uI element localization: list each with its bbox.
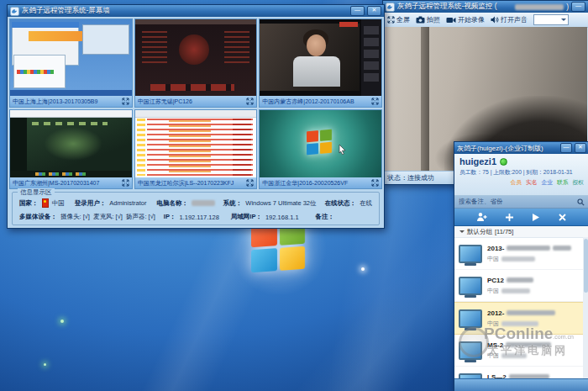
login-user-label: 登录用户：: [75, 199, 107, 208]
expand-icon[interactable]: [371, 98, 379, 105]
scrollbar-thumb[interactable]: [584, 239, 588, 293]
remote-screen-thumbnail[interactable]: 中国上海上海|2013-20170305B9: [9, 18, 133, 108]
camera-select-dropdown[interactable]: [533, 14, 569, 25]
add-group-icon[interactable]: [505, 213, 514, 222]
group-name: 默认分组: [467, 228, 492, 236]
window-title: 灰鸽子(huigezi)-(企业订制版): [457, 144, 558, 153]
preview-art: [44, 127, 102, 161]
chevron-down-icon: [561, 18, 566, 24]
redacted-title-text: [515, 4, 564, 10]
item-text: 2013- 中国: [487, 245, 585, 263]
redacted: [501, 321, 538, 326]
preview-art: [82, 24, 129, 55]
video-monitor-titlebar[interactable]: 灰鸽子远程管理系统-视频监控 ( ) —: [383, 1, 588, 13]
collapse-arrow-icon: [459, 230, 465, 235]
window-title: 灰鸽子远程管理系统-视频监控 (: [397, 2, 512, 12]
search-input[interactable]: 搜索备注、省份: [459, 198, 577, 206]
item-text: PC12 中国: [487, 277, 585, 295]
expand-icon[interactable]: [371, 179, 379, 187]
thumb-row-1: 中国上海上海|2013-20170305B9 中国江苏无锡|PC126: [9, 18, 382, 108]
thumbnail-preview-desktop-qq[interactable]: [10, 19, 132, 96]
link-enterprise[interactable]: 企业: [541, 179, 553, 185]
redacted: [501, 353, 527, 358]
info-row-1: 国家： 中国 登录用户： Administrator 电脑名称： 系统： Win…: [13, 198, 379, 208]
username-row: huigezi1: [459, 156, 584, 166]
redacted: [553, 246, 571, 251]
remote-screen-thumbnail[interactable]: 中国江苏无锡|PC126: [134, 18, 258, 108]
sparkle: [361, 267, 365, 271]
remote-screen-thumbnail[interactable]: 中国广东潮州|MS-201702031407: [9, 109, 133, 189]
redacted: [501, 288, 530, 293]
search-bar[interactable]: 搜索备注、省份: [454, 196, 588, 209]
lan-ip-value: 192.168.1.1: [265, 214, 299, 221]
remote-screen-thumbnail[interactable]: 中国黑龙江哈尔滨|LS--20170223KFJ: [134, 109, 258, 189]
minimize-button[interactable]: —: [571, 2, 585, 12]
computer-name: 2012-: [487, 309, 504, 317]
minimize-button[interactable]: —: [560, 143, 572, 153]
list-item[interactable]: LS—2 中国: [454, 367, 588, 378]
group-header[interactable]: 默认分组 [11/75]: [454, 226, 588, 238]
contacts-titlebar[interactable]: 灰鸽子(huigezi)-(企业订制版) — ✕: [454, 142, 588, 154]
thumbnail-caption: 中国浙江金华|2016-20020526VF: [262, 179, 370, 188]
expand-icon[interactable]: [246, 179, 254, 187]
remote-screen-thumbnail[interactable]: 中国浙江金华|2016-20020526VF: [259, 109, 382, 189]
redacted: [509, 374, 549, 378]
online-status-value: 在线: [360, 199, 372, 208]
thumbnail-caption: 中国广东潮州|MS-201702031407: [13, 179, 120, 188]
computer-icon: [459, 309, 482, 328]
expand-icon[interactable]: [122, 98, 129, 105]
account-links: 会员 实名 企业 联系 授权: [459, 178, 584, 187]
close-button[interactable]: ✕: [575, 143, 586, 153]
thumbnail-preview-green-game[interactable]: [10, 110, 132, 177]
thumbnail-preview-stock-table[interactable]: [135, 110, 257, 177]
minimize-button[interactable]: —: [350, 6, 365, 16]
list-scrollbar[interactable]: [583, 237, 588, 378]
link-realname[interactable]: 实名: [526, 179, 538, 185]
list-item[interactable]: MS-2 中国: [454, 335, 588, 367]
thumbnail-preview-video-player[interactable]: [260, 19, 381, 96]
list-item[interactable]: 2013- 中国: [454, 238, 588, 270]
thumbnail-preview-dark-game[interactable]: [135, 19, 257, 96]
redacted: [501, 256, 535, 262]
app-dove-icon: [10, 7, 19, 16]
preview-art: [307, 130, 318, 142]
search-icon[interactable]: [577, 198, 585, 206]
preview-art: [12, 22, 79, 28]
snapshot-button[interactable]: 拍照: [416, 15, 440, 24]
preview-art: [10, 118, 27, 177]
close-button[interactable]: ✕: [367, 6, 381, 16]
preview-art: [10, 90, 132, 96]
list-item-selected[interactable]: 2012- 中国: [454, 302, 588, 335]
remote-screen-thumbnail[interactable]: 中国内蒙古赤峰|2012-20170106AB: [259, 18, 382, 108]
online-status-label: 在线状态：: [325, 199, 357, 208]
link-license[interactable]: 授权: [572, 179, 584, 185]
record-label: 开始录像: [458, 15, 485, 24]
list-item[interactable]: PC12 中国: [454, 270, 588, 302]
sparkle: [44, 363, 46, 366]
os-label: 系统：: [223, 199, 243, 208]
start-icon[interactable]: [531, 213, 540, 222]
add-user-icon[interactable]: [476, 212, 487, 222]
screen-wall-titlebar[interactable]: 灰鸽子远程管理系统-屏幕墙 — ✕: [8, 5, 384, 17]
thumbnail-caption-bar: 中国内蒙古赤峰|2012-20170106AB: [260, 96, 381, 107]
delete-icon[interactable]: [558, 213, 567, 222]
fullscreen-button[interactable]: 全屏: [387, 15, 410, 24]
sound-button[interactable]: 打开声音: [491, 15, 528, 24]
expand-icon[interactable]: [246, 98, 254, 105]
redacted-pc-name: [192, 200, 215, 206]
account-stats: 员工数：75 | 上限数:200 | 到期：2018-01-31: [459, 168, 584, 177]
camera-check: 摄像头: [√]: [60, 213, 90, 221]
link-contact[interactable]: 联系: [557, 179, 569, 185]
info-display-groupbox: 信息显示区 国家： 中国 登录用户： Administrator 电脑名称： 系…: [12, 192, 380, 225]
record-button[interactable]: 开始录像: [446, 15, 485, 24]
computer-name: PC12: [487, 277, 504, 284]
link-member[interactable]: 会员: [510, 179, 522, 185]
windows-logo-yellow-pane: [280, 246, 306, 271]
username: huigezi1: [459, 156, 496, 166]
login-user-value: Administrator: [109, 199, 146, 207]
preview-art: [293, 56, 340, 87]
expand-icon[interactable]: [122, 179, 129, 187]
thumbnail-preview-desktop-logo[interactable]: [260, 110, 381, 177]
contacts-bottom-bar: [454, 378, 588, 391]
preview-art: [35, 172, 86, 176]
